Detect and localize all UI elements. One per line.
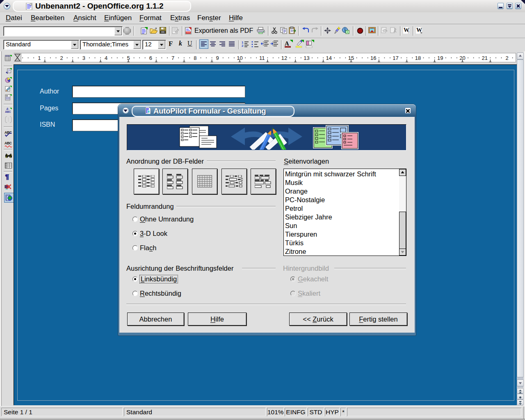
svg-text:3: 3 bbox=[82, 55, 85, 61]
svg-text:21: 21 bbox=[482, 55, 488, 61]
svg-text:7: 7 bbox=[171, 55, 174, 61]
svg-text:17: 17 bbox=[393, 55, 398, 61]
svg-text:13: 13 bbox=[304, 55, 309, 61]
svg-text:2: 2 bbox=[505, 55, 508, 61]
svg-text:ABC: ABC bbox=[5, 141, 12, 145]
svg-text:1: 1 bbox=[38, 55, 41, 61]
svg-text:11: 11 bbox=[259, 55, 265, 61]
svg-text:?: ? bbox=[408, 31, 409, 34]
svg-text:4: 4 bbox=[105, 55, 107, 61]
svg-text:12: 12 bbox=[281, 55, 287, 61]
svg-text:2: 2 bbox=[60, 55, 63, 61]
svg-text:W: W bbox=[416, 27, 422, 33]
svg-text:8: 8 bbox=[194, 55, 196, 61]
svg-text:6: 6 bbox=[149, 55, 152, 61]
svg-text:A: A bbox=[285, 40, 289, 47]
svg-text:ABC: ABC bbox=[5, 110, 11, 113]
svg-text:14: 14 bbox=[326, 55, 331, 61]
svg-text:16: 16 bbox=[370, 55, 376, 61]
svg-text:2: 2 bbox=[242, 44, 244, 47]
svg-text:18: 18 bbox=[415, 55, 421, 61]
svg-text:9: 9 bbox=[216, 55, 219, 61]
svg-text:19: 19 bbox=[437, 55, 443, 61]
